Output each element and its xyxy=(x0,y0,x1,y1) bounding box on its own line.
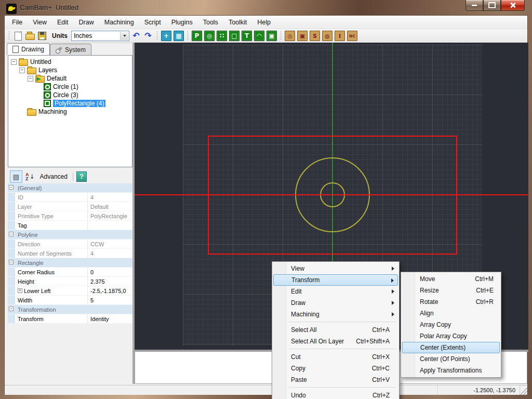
property-value[interactable]: 4 xyxy=(88,193,132,202)
property-value[interactable]: 4 xyxy=(88,249,132,258)
tree-item[interactable]: Layers xyxy=(8,66,132,74)
engrave-icon[interactable]: I xyxy=(335,31,345,41)
property-value[interactable]: PolyRectangle xyxy=(88,211,132,220)
property-row[interactable]: Layer Default xyxy=(8,202,132,211)
context-menu-item[interactable] xyxy=(273,347,398,351)
property-row[interactable]: Tag xyxy=(8,221,132,230)
context-menu-item[interactable]: View xyxy=(273,263,398,274)
property-value[interactable] xyxy=(44,258,132,267)
submenu-item[interactable]: Polar Array Copy xyxy=(402,330,500,342)
tree-item[interactable]: Circle (3) xyxy=(8,91,132,99)
menubar-item[interactable]: Edit xyxy=(52,17,74,28)
context-menu-item[interactable]: Cut Ctrl+X xyxy=(273,351,398,363)
property-row[interactable]: Height 2.375 xyxy=(8,277,132,286)
redo-button[interactable]: ↷ xyxy=(143,31,153,41)
menubar-item[interactable]: Help xyxy=(252,17,276,28)
property-row[interactable]: Polyline xyxy=(8,230,132,240)
circle-icon[interactable]: ◎ xyxy=(204,31,215,41)
point-list-icon[interactable]: ∷ xyxy=(217,31,227,41)
tree-item[interactable]: PolyRectangle (4) xyxy=(8,99,132,108)
property-value[interactable]: Identity xyxy=(88,314,132,323)
help-button[interactable]: ? xyxy=(76,171,87,182)
menubar-item[interactable]: Draw xyxy=(74,17,99,28)
context-menu-item[interactable]: Machining xyxy=(273,309,398,320)
polyline-icon[interactable]: P xyxy=(192,31,202,41)
gcode-icon[interactable]: NC xyxy=(347,31,357,41)
submenu-item[interactable]: Move Ctrl+M xyxy=(402,273,500,285)
tree-expander-icon[interactable] xyxy=(19,68,25,73)
alphabetical-sort-button[interactable]: AZ ↓ xyxy=(25,172,35,181)
property-value[interactable]: CCW xyxy=(88,240,132,248)
grid-icon[interactable]: ▦ xyxy=(174,31,184,41)
property-row[interactable]: (General) xyxy=(8,183,132,193)
submenu-item[interactable]: Array Copy xyxy=(402,319,500,330)
tree-expander-icon[interactable] xyxy=(11,59,17,65)
tab-drawing[interactable]: Drawing xyxy=(7,43,50,55)
context-menu-item[interactable]: Copy Ctrl+C xyxy=(273,363,398,374)
menubar-item[interactable]: File xyxy=(7,17,28,28)
property-row[interactable]: Direction CCW xyxy=(8,240,132,249)
save-file-button[interactable] xyxy=(37,31,47,41)
submenu-item[interactable]: Resize Ctrl+E xyxy=(402,285,500,296)
submenu-item[interactable]: Center (Extents) xyxy=(402,342,500,353)
advanced-button[interactable]: Advanced xyxy=(38,172,70,181)
menubar-item[interactable]: Machining xyxy=(99,17,139,28)
property-row[interactable]: Transformation xyxy=(8,305,132,314)
context-menu-item[interactable] xyxy=(273,385,398,390)
submenu-item[interactable]: Apply Transformations xyxy=(402,365,500,376)
property-row[interactable]: Width 5 xyxy=(8,296,132,305)
context-menu-item[interactable]: Transform xyxy=(273,274,398,286)
tree-item[interactable]: Untitled xyxy=(8,58,132,66)
lathe-icon[interactable]: ◍ xyxy=(322,31,332,41)
property-row[interactable]: Rectangle xyxy=(8,258,132,268)
menubar-item[interactable]: Plugins xyxy=(166,17,198,28)
context-menu-item[interactable]: Edit xyxy=(273,286,398,297)
property-value[interactable]: 5 xyxy=(88,296,132,304)
property-value[interactable] xyxy=(56,305,132,314)
submenu-item[interactable]: Align xyxy=(402,308,500,319)
profile-icon[interactable]: S xyxy=(310,31,320,41)
axes-icon[interactable]: + xyxy=(161,31,171,41)
menubar-item[interactable]: View xyxy=(28,17,52,28)
submenu-item[interactable]: Rotate Ctrl+R xyxy=(402,296,500,308)
property-value[interactable]: 0 xyxy=(88,268,132,276)
tree-item[interactable]: Circle (1) xyxy=(8,83,132,91)
arc-icon[interactable]: ◠ xyxy=(254,31,264,41)
surface-icon[interactable]: ▣ xyxy=(267,31,277,41)
menubar-item[interactable]: Script xyxy=(139,17,166,28)
property-value[interactable]: -2.5,-1.1875,0 xyxy=(88,286,132,295)
property-value[interactable]: 2.375 xyxy=(88,277,132,286)
units-dropdown[interactable]: Inches xyxy=(71,31,129,41)
property-value[interactable] xyxy=(42,183,132,192)
property-row[interactable]: ID 4 xyxy=(8,193,132,202)
property-row[interactable]: Transform Identity xyxy=(8,314,132,324)
new-file-button[interactable] xyxy=(13,31,23,41)
property-value[interactable] xyxy=(38,230,132,239)
property-row[interactable]: Primitive Type PolyRectangle xyxy=(8,211,132,221)
close-button[interactable] xyxy=(501,0,525,11)
menubar-item[interactable]: Toolkit xyxy=(223,17,252,28)
property-row[interactable]: Number of Segments 4 xyxy=(8,249,132,258)
text-icon[interactable]: T xyxy=(242,31,252,41)
panel-splitter[interactable] xyxy=(132,43,135,384)
open-file-button[interactable] xyxy=(25,31,35,41)
tab-system[interactable]: System xyxy=(50,44,91,55)
context-menu-item[interactable]: Draw xyxy=(273,297,398,309)
context-menu-item[interactable]: Select All Ctrl+A xyxy=(273,324,398,336)
context-menu-item[interactable]: Undo Ctrl+Z xyxy=(273,390,398,399)
undo-button[interactable]: ↶ xyxy=(131,31,141,41)
submenu-item[interactable]: Center (Of Points) xyxy=(402,353,500,365)
tree-expander-icon[interactable] xyxy=(28,76,33,82)
tree-item[interactable]: Machining xyxy=(8,108,132,116)
context-menu-item[interactable]: Select All On Layer Ctrl+Shift+A xyxy=(273,336,398,347)
resize-grip[interactable] xyxy=(520,385,527,395)
drill-icon[interactable]: ◎ xyxy=(285,31,295,41)
property-value[interactable]: Default xyxy=(88,202,132,211)
property-value[interactable] xyxy=(88,221,132,230)
tree-item[interactable]: Default xyxy=(8,74,132,83)
rectangle-icon[interactable]: □ xyxy=(229,31,240,41)
property-row[interactable]: Corner Radius 0 xyxy=(8,268,132,277)
context-menu-item[interactable] xyxy=(273,320,398,324)
minimize-button[interactable] xyxy=(466,0,483,11)
categorized-view-button[interactable]: ▤ xyxy=(10,170,22,183)
